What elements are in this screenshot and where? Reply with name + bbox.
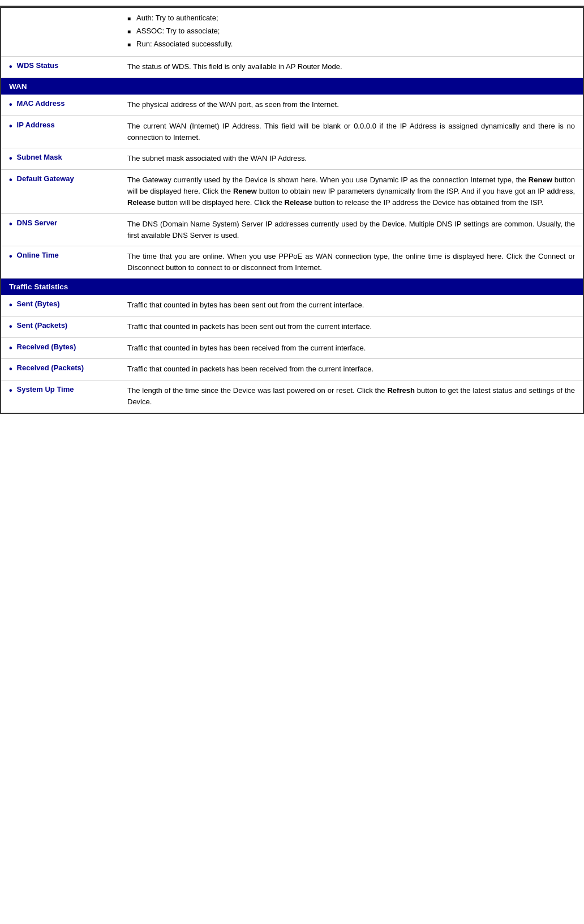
label-dot-received-packets: Received (Packets)	[9, 363, 111, 375]
label-text-sent-bytes: Sent (Bytes)	[17, 300, 60, 308]
label-text-default-gateway: Default Gateway	[17, 174, 74, 183]
label-dot-sent-packets: Sent (Packets)	[9, 321, 111, 333]
label-text-wds-status: WDS Status	[17, 61, 59, 70]
label-default-gateway: Default Gateway	[1, 170, 119, 213]
desc-sent-bytes: Traffic that counted in bytes has been s…	[119, 295, 583, 316]
label-dot-sent-bytes: Sent (Bytes)	[9, 300, 111, 311]
label-sent-packets: Sent (Packets)	[1, 316, 119, 337]
label-system-up-time: System Up Time	[1, 380, 119, 413]
data-row-system-up-time: System Up TimeThe length of the time sin…	[1, 380, 583, 413]
label-subnet-mask: Subnet Mask	[1, 148, 119, 170]
label-dot-default-gateway: Default Gateway	[9, 174, 111, 186]
desc-sent-packets: Traffic that counted in packets has been…	[119, 316, 583, 337]
bullet-item: ASSOC: Try to associate;	[127, 25, 575, 37]
data-row-received-packets: Received (Packets)Traffic that counted i…	[1, 359, 583, 380]
label-text-subnet-mask: Subnet Mask	[17, 153, 62, 161]
label-dot-subnet-mask: Subnet Mask	[9, 153, 111, 165]
label-dot-system-up-time: System Up Time	[9, 385, 111, 397]
label-dot-online-time: Online Time	[9, 251, 111, 263]
label-text-received-packets: Received (Packets)	[17, 363, 84, 372]
section-row-wan-header: WAN	[1, 78, 583, 95]
data-row-sent-bytes: Sent (Bytes)Traffic that counted in byte…	[1, 295, 583, 316]
desc-online-time: The time that you are online. When you u…	[119, 246, 583, 278]
desc-dns-server: The DNS (Domain Name System) Server IP a…	[119, 213, 583, 246]
label-text-system-up-time: System Up Time	[17, 385, 74, 393]
label-received-packets: Received (Packets)	[1, 359, 119, 380]
page-wrapper: Auth: Try to authenticate;ASSOC: Try to …	[0, 0, 584, 437]
label-text-dns-server: DNS Server	[17, 219, 58, 227]
data-row-wds-status: WDS StatusThe status of WDS. This field …	[1, 57, 583, 78]
data-row-default-gateway: Default GatewayThe Gateway currently use…	[1, 170, 583, 213]
label-sent-bytes: Sent (Bytes)	[1, 295, 119, 316]
label-text-received-bytes: Received (Bytes)	[17, 343, 76, 351]
label-ip-address: IP Address	[1, 116, 119, 148]
desc-default-gateway: The Gateway currently used by the Device…	[119, 170, 583, 213]
label-text-online-time: Online Time	[17, 251, 59, 259]
label-mac-address: MAC Address	[1, 95, 119, 116]
section-label-wan-header: WAN	[1, 78, 583, 95]
label-dot-dns-server: DNS Server	[9, 219, 111, 230]
desc-subnet-mask: The subnet mask associated with the WAN …	[119, 148, 583, 170]
data-row-sent-packets: Sent (Packets)Traffic that counted in pa…	[1, 316, 583, 337]
desc-received-bytes: Traffic that counted in bytes has been r…	[119, 337, 583, 359]
desc-ip-address: The current WAN (Internet) IP Address. T…	[119, 116, 583, 148]
data-row-subnet-mask: Subnet MaskThe subnet mask associated wi…	[1, 148, 583, 170]
desc-system-up-time: The length of the time since the Device …	[119, 380, 583, 413]
bullet-item: Run: Associated successfully.	[127, 38, 575, 50]
label-wds-status: WDS Status	[1, 57, 119, 78]
label-dot-wds-status: WDS Status	[9, 61, 111, 73]
desc-mac-address: The physical address of the WAN port, as…	[119, 95, 583, 116]
label-online-time: Online Time	[1, 246, 119, 278]
data-row-received-bytes: Received (Bytes)Traffic that counted in …	[1, 337, 583, 359]
label-dns-server: DNS Server	[1, 213, 119, 246]
label-dot-mac-address: MAC Address	[9, 99, 111, 111]
bullet-item: Auth: Try to authenticate;	[127, 12, 575, 24]
data-row-ip-address: IP AddressThe current WAN (Internet) IP …	[1, 116, 583, 148]
bullets-row: Auth: Try to authenticate;ASSOC: Try to …	[1, 7, 583, 57]
label-dot-ip-address: IP Address	[9, 121, 111, 132]
label-received-bytes: Received (Bytes)	[1, 337, 119, 359]
page-footer	[0, 414, 584, 437]
bullets-desc: Auth: Try to authenticate;ASSOC: Try to …	[119, 7, 583, 57]
desc-wds-status: The status of WDS. This field is only av…	[119, 57, 583, 78]
label-text-ip-address: IP Address	[17, 121, 55, 129]
section-label-traffic-header: Traffic Statistics	[1, 279, 583, 296]
section-row-traffic-header: Traffic Statistics	[1, 279, 583, 296]
label-text-sent-packets: Sent (Packets)	[17, 321, 68, 330]
label-text-mac-address: MAC Address	[17, 99, 65, 108]
page-header	[0, 0, 584, 7]
data-row-dns-server: DNS ServerThe DNS (Domain Name System) S…	[1, 213, 583, 246]
data-row-mac-address: MAC AddressThe physical address of the W…	[1, 95, 583, 116]
main-table: Auth: Try to authenticate;ASSOC: Try to …	[0, 7, 584, 414]
label-empty	[1, 7, 119, 57]
data-row-online-time: Online TimeThe time that you are online.…	[1, 246, 583, 278]
desc-received-packets: Traffic that counted in packets has been…	[119, 359, 583, 380]
label-dot-received-bytes: Received (Bytes)	[9, 343, 111, 354]
